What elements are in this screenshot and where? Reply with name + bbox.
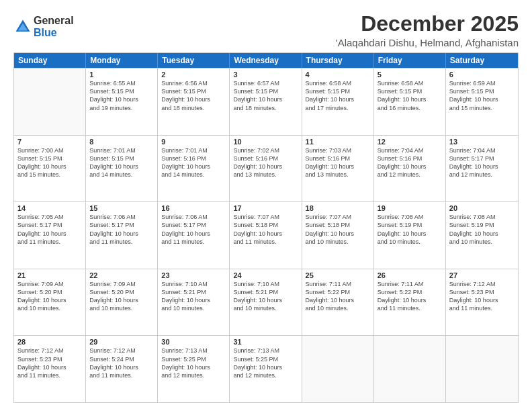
day-number: 30 xyxy=(161,338,226,346)
day-info: Sunrise: 7:02 AM Sunset: 5:16 PM Dayligh… xyxy=(233,146,298,179)
day-number: 13 xyxy=(449,138,515,146)
day-info: Sunrise: 7:05 AM Sunset: 5:17 PM Dayligh… xyxy=(17,213,82,246)
day-number: 4 xyxy=(306,71,370,79)
day-info: Sunrise: 7:10 AM Sunset: 5:21 PM Dayligh… xyxy=(233,280,298,313)
cal-cell-0-6: 6Sunrise: 6:59 AM Sunset: 5:15 PM Daylig… xyxy=(446,68,518,135)
cal-cell-3-3: 24Sunrise: 7:10 AM Sunset: 5:21 PM Dayli… xyxy=(230,269,302,336)
day-info: Sunrise: 7:13 AM Sunset: 5:25 PM Dayligh… xyxy=(233,347,298,379)
cal-cell-2-2: 16Sunrise: 7:06 AM Sunset: 5:17 PM Dayli… xyxy=(158,202,230,269)
cal-cell-4-0: 28Sunrise: 7:12 AM Sunset: 5:23 PM Dayli… xyxy=(14,336,86,402)
week-row-2: 7Sunrise: 7:00 AM Sunset: 5:15 PM Daylig… xyxy=(14,135,518,202)
cal-cell-1-5: 12Sunrise: 7:04 AM Sunset: 5:16 PM Dayli… xyxy=(374,136,446,202)
day-info: Sunrise: 7:12 AM Sunset: 5:23 PM Dayligh… xyxy=(17,347,82,379)
day-info: Sunrise: 6:56 AM Sunset: 5:15 PM Dayligh… xyxy=(161,79,226,112)
cal-cell-2-1: 15Sunrise: 7:06 AM Sunset: 5:17 PM Dayli… xyxy=(86,202,158,269)
day-number: 28 xyxy=(17,338,82,346)
cal-cell-1-2: 9Sunrise: 7:01 AM Sunset: 5:16 PM Daylig… xyxy=(158,136,230,202)
day-info: Sunrise: 6:58 AM Sunset: 5:15 PM Dayligh… xyxy=(306,79,370,112)
day-number: 16 xyxy=(161,204,226,212)
cal-cell-2-4: 18Sunrise: 7:07 AM Sunset: 5:18 PM Dayli… xyxy=(302,202,374,269)
day-info: Sunrise: 7:11 AM Sunset: 5:22 PM Dayligh… xyxy=(378,280,442,313)
day-number: 5 xyxy=(378,71,442,79)
day-info: Sunrise: 7:10 AM Sunset: 5:21 PM Dayligh… xyxy=(161,280,226,313)
cal-cell-4-6 xyxy=(446,336,518,402)
day-number: 1 xyxy=(89,71,154,79)
page: General Blue December 2025 'Alaqahdari D… xyxy=(0,0,532,411)
day-info: Sunrise: 6:59 AM Sunset: 5:15 PM Dayligh… xyxy=(449,79,515,112)
day-info: Sunrise: 6:58 AM Sunset: 5:15 PM Dayligh… xyxy=(378,79,442,112)
day-number: 10 xyxy=(233,138,298,146)
day-info: Sunrise: 6:57 AM Sunset: 5:15 PM Dayligh… xyxy=(233,79,298,112)
day-info: Sunrise: 7:12 AM Sunset: 5:24 PM Dayligh… xyxy=(89,347,154,379)
day-number: 15 xyxy=(89,204,154,212)
day-number: 17 xyxy=(233,204,298,212)
day-info: Sunrise: 7:09 AM Sunset: 5:20 PM Dayligh… xyxy=(17,280,82,313)
cal-cell-1-0: 7Sunrise: 7:00 AM Sunset: 5:15 PM Daylig… xyxy=(14,136,86,202)
day-info: Sunrise: 7:06 AM Sunset: 5:17 PM Dayligh… xyxy=(161,213,226,246)
title-block: December 2025 'Alaqahdari Dishu, Helmand… xyxy=(336,12,519,48)
day-number: 18 xyxy=(306,204,370,212)
cal-cell-3-4: 25Sunrise: 7:11 AM Sunset: 5:22 PM Dayli… xyxy=(302,269,374,336)
day-number: 19 xyxy=(378,204,442,212)
week-row-4: 21Sunrise: 7:09 AM Sunset: 5:20 PM Dayli… xyxy=(14,269,518,336)
header-cell-thursday: Thursday xyxy=(302,53,374,68)
header-cell-friday: Friday xyxy=(374,53,446,68)
day-number: 22 xyxy=(89,271,154,279)
cal-cell-0-4: 4Sunrise: 6:58 AM Sunset: 5:15 PM Daylig… xyxy=(302,68,374,135)
day-info: Sunrise: 6:55 AM Sunset: 5:15 PM Dayligh… xyxy=(89,79,154,112)
cal-cell-3-1: 22Sunrise: 7:09 AM Sunset: 5:20 PM Dayli… xyxy=(86,269,158,336)
day-info: Sunrise: 7:08 AM Sunset: 5:19 PM Dayligh… xyxy=(378,213,442,246)
day-number: 2 xyxy=(161,71,226,79)
day-info: Sunrise: 7:07 AM Sunset: 5:18 PM Dayligh… xyxy=(306,213,370,246)
day-number: 6 xyxy=(449,71,515,79)
day-number: 29 xyxy=(89,338,154,346)
logo-icon xyxy=(13,17,32,36)
cal-cell-3-6: 27Sunrise: 7:12 AM Sunset: 5:23 PM Dayli… xyxy=(446,269,518,336)
logo-blue: Blue xyxy=(34,27,74,39)
calendar-body: 1Sunrise: 6:55 AM Sunset: 5:15 PM Daylig… xyxy=(14,68,518,402)
cal-cell-0-5: 5Sunrise: 6:58 AM Sunset: 5:15 PM Daylig… xyxy=(374,68,446,135)
day-info: Sunrise: 7:07 AM Sunset: 5:18 PM Dayligh… xyxy=(233,213,298,246)
week-row-5: 28Sunrise: 7:12 AM Sunset: 5:23 PM Dayli… xyxy=(14,335,518,402)
cal-cell-4-4 xyxy=(302,336,374,402)
cal-cell-3-2: 23Sunrise: 7:10 AM Sunset: 5:21 PM Dayli… xyxy=(158,269,230,336)
day-info: Sunrise: 7:04 AM Sunset: 5:16 PM Dayligh… xyxy=(378,146,442,179)
calendar-subtitle: 'Alaqahdari Dishu, Helmand, Afghanistan xyxy=(336,37,519,48)
cal-cell-4-3: 31Sunrise: 7:13 AM Sunset: 5:25 PM Dayli… xyxy=(230,336,302,402)
day-number: 14 xyxy=(17,204,82,212)
logo-text: General Blue xyxy=(34,15,74,38)
cal-cell-0-3: 3Sunrise: 6:57 AM Sunset: 5:15 PM Daylig… xyxy=(230,68,302,135)
day-number: 12 xyxy=(378,138,442,146)
day-info: Sunrise: 7:08 AM Sunset: 5:19 PM Dayligh… xyxy=(449,213,515,246)
day-number: 25 xyxy=(306,271,370,279)
day-info: Sunrise: 7:06 AM Sunset: 5:17 PM Dayligh… xyxy=(89,213,154,246)
cal-cell-0-0 xyxy=(14,68,86,135)
day-info: Sunrise: 7:04 AM Sunset: 5:17 PM Dayligh… xyxy=(449,146,515,179)
cal-cell-4-5 xyxy=(374,336,446,402)
cal-cell-0-1: 1Sunrise: 6:55 AM Sunset: 5:15 PM Daylig… xyxy=(86,68,158,135)
day-number: 21 xyxy=(17,271,82,279)
day-info: Sunrise: 7:11 AM Sunset: 5:22 PM Dayligh… xyxy=(306,280,370,313)
cal-cell-2-0: 14Sunrise: 7:05 AM Sunset: 5:17 PM Dayli… xyxy=(14,202,86,269)
cal-cell-1-4: 11Sunrise: 7:03 AM Sunset: 5:16 PM Dayli… xyxy=(302,136,374,202)
day-info: Sunrise: 7:03 AM Sunset: 5:16 PM Dayligh… xyxy=(306,146,370,179)
cal-cell-2-3: 17Sunrise: 7:07 AM Sunset: 5:18 PM Dayli… xyxy=(230,202,302,269)
cal-cell-3-5: 26Sunrise: 7:11 AM Sunset: 5:22 PM Dayli… xyxy=(374,269,446,336)
header-cell-sunday: Sunday xyxy=(14,53,86,68)
day-info: Sunrise: 7:01 AM Sunset: 5:16 PM Dayligh… xyxy=(161,146,226,179)
day-number: 11 xyxy=(306,138,370,146)
logo: General Blue xyxy=(13,15,74,38)
day-info: Sunrise: 7:12 AM Sunset: 5:23 PM Dayligh… xyxy=(449,280,515,313)
cal-cell-1-1: 8Sunrise: 7:01 AM Sunset: 5:15 PM Daylig… xyxy=(86,136,158,202)
header: General Blue December 2025 'Alaqahdari D… xyxy=(13,12,519,48)
week-row-1: 1Sunrise: 6:55 AM Sunset: 5:15 PM Daylig… xyxy=(14,68,518,135)
cal-cell-3-0: 21Sunrise: 7:09 AM Sunset: 5:20 PM Dayli… xyxy=(14,269,86,336)
header-cell-monday: Monday xyxy=(86,53,158,68)
day-number: 9 xyxy=(161,138,226,146)
day-number: 23 xyxy=(161,271,226,279)
day-number: 8 xyxy=(89,138,154,146)
cal-cell-0-2: 2Sunrise: 6:56 AM Sunset: 5:15 PM Daylig… xyxy=(158,68,230,135)
cal-cell-1-6: 13Sunrise: 7:04 AM Sunset: 5:17 PM Dayli… xyxy=(446,136,518,202)
header-cell-saturday: Saturday xyxy=(446,53,518,68)
day-info: Sunrise: 7:01 AM Sunset: 5:15 PM Dayligh… xyxy=(89,146,154,179)
